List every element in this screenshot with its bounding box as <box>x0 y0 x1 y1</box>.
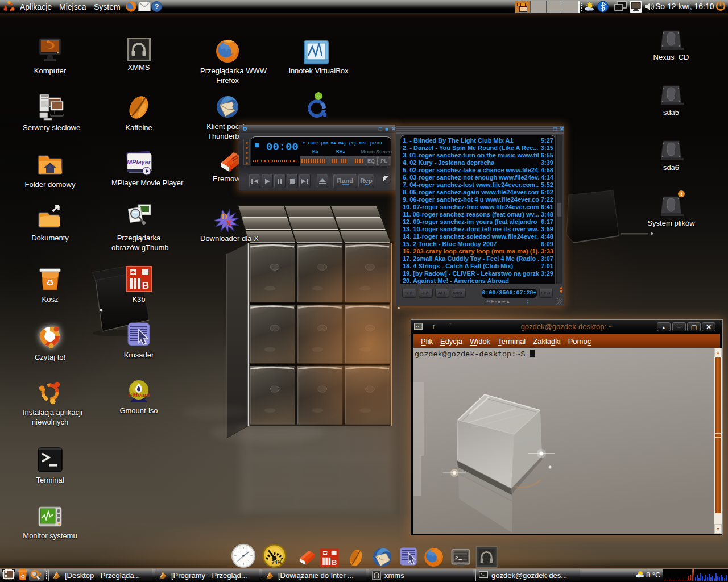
svg-text:GMount: GMount <box>128 391 150 398</box>
svg-text:?: ? <box>155 2 159 11</box>
svg-text:B: B <box>142 280 149 291</box>
svg-text:♻: ♻ <box>20 573 25 579</box>
svg-text:MPlayer: MPlayer <box>127 159 151 165</box>
svg-text:X: X <box>226 219 232 228</box>
svg-text:♻: ♻ <box>46 278 54 288</box>
